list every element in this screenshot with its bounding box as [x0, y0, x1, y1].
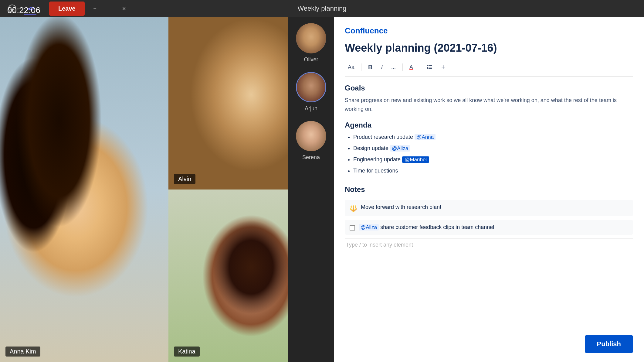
- note-item-2: @Aliza share customer feedback clips in …: [345, 220, 633, 235]
- svg-rect-6: [429, 65, 432, 66]
- video-area: Anna Kim Alvin Katina Oliver: [0, 17, 334, 362]
- call-timer: 00:22:06: [7, 5, 40, 15]
- title-bar: 00:22:06 Weekly planning + Leave – □ ✕: [0, 0, 644, 17]
- editor-input-placeholder[interactable]: Type / to insert any element: [345, 238, 633, 251]
- toolbar-sep-3: [420, 63, 420, 71]
- anna-label: Anna Kim: [5, 347, 40, 357]
- agenda-item-1-text: Product research update: [353, 134, 415, 140]
- notes-heading: Notes: [345, 185, 633, 194]
- insert-button[interactable]: +: [438, 62, 448, 73]
- note-2-mention[interactable]: @Aliza: [359, 224, 379, 231]
- research-icon: 🔱: [350, 205, 357, 212]
- avatar-arjun: [296, 72, 326, 102]
- publish-area: Publish: [345, 329, 633, 353]
- participant-name-arjun: Arjun: [305, 105, 317, 112]
- avatar-serena: [296, 121, 326, 151]
- participants-sidebar: Oliver Arjun Serena: [288, 17, 334, 362]
- svg-rect-5: [427, 65, 428, 66]
- maximize-button[interactable]: □: [105, 4, 114, 13]
- note-item-1: 🔱 Move forward with research plan!: [345, 200, 633, 216]
- svg-rect-8: [429, 67, 432, 67]
- doc-title: Weekly planning (2021-07-16): [345, 42, 633, 54]
- participant-oliver: Oliver: [296, 23, 326, 63]
- agenda-item-2-mention[interactable]: @Aliza: [390, 145, 410, 152]
- bold-button[interactable]: B: [365, 62, 375, 72]
- confluence-app-name: Confluence: [345, 26, 633, 36]
- agenda-item-3-text: Engineering update: [353, 156, 402, 162]
- participant-name-serena: Serena: [302, 154, 320, 161]
- italic-button[interactable]: I: [378, 62, 386, 72]
- participant-serena: Serena: [296, 121, 326, 161]
- svg-rect-10: [429, 68, 432, 69]
- svg-rect-9: [427, 68, 428, 69]
- editor-toolbar: Aa B I ... A +: [345, 62, 633, 77]
- avatar-oliver: [296, 23, 326, 53]
- minimize-button[interactable]: –: [91, 4, 99, 13]
- katina-label: Katina: [174, 347, 200, 357]
- more-formatting-button[interactable]: ...: [388, 63, 399, 72]
- agenda-item-4-text: Time for questions: [353, 168, 398, 174]
- goals-text: Share progress on new and existing work …: [345, 96, 633, 114]
- list-button[interactable]: [424, 63, 436, 72]
- note-2-text: @Aliza share customer feedback clips in …: [359, 224, 494, 231]
- leave-button[interactable]: Leave: [49, 2, 85, 16]
- agenda-item-4: Time for questions: [353, 167, 633, 175]
- alvin-label: Alvin: [174, 174, 195, 184]
- goals-heading: Goals: [345, 84, 633, 92]
- font-size-button[interactable]: Aa: [345, 63, 358, 72]
- publish-button[interactable]: Publish: [585, 335, 633, 353]
- toolbar-sep-2: [402, 63, 403, 71]
- main-content: Anna Kim Alvin Katina Oliver: [0, 17, 644, 362]
- agenda-item-1-mention[interactable]: @Anna: [415, 134, 436, 140]
- close-button[interactable]: ✕: [120, 4, 128, 13]
- agenda-item-3-mention[interactable]: @Maribel: [402, 156, 429, 163]
- video-anna: Anna Kim: [0, 17, 168, 362]
- text-color-button[interactable]: A: [406, 63, 416, 72]
- toolbar-sep-1: [361, 63, 361, 71]
- note-1-text: Move forward with research plan!: [361, 204, 441, 210]
- agenda-item-1: Product research update @Anna: [353, 133, 633, 141]
- svg-rect-7: [427, 67, 428, 68]
- participant-arjun: Arjun: [296, 72, 326, 112]
- window-title: Weekly planning: [297, 5, 346, 12]
- agenda-list: Product research update @Anna Design upd…: [345, 133, 633, 178]
- confluence-panel: Confluence Weekly planning (2021-07-16) …: [334, 17, 644, 362]
- agenda-item-3: Engineering update @Maribel: [353, 155, 633, 164]
- agenda-item-2-text: Design update: [353, 145, 390, 151]
- participant-name-oliver: Oliver: [304, 56, 318, 63]
- agenda-heading: Agenda: [345, 121, 633, 129]
- agenda-item-2: Design update @Aliza: [353, 144, 633, 152]
- anna-video-feed: [0, 17, 168, 362]
- note-2-checkbox[interactable]: [350, 225, 355, 231]
- note-2-body: share customer feedback clips in team ch…: [380, 224, 494, 230]
